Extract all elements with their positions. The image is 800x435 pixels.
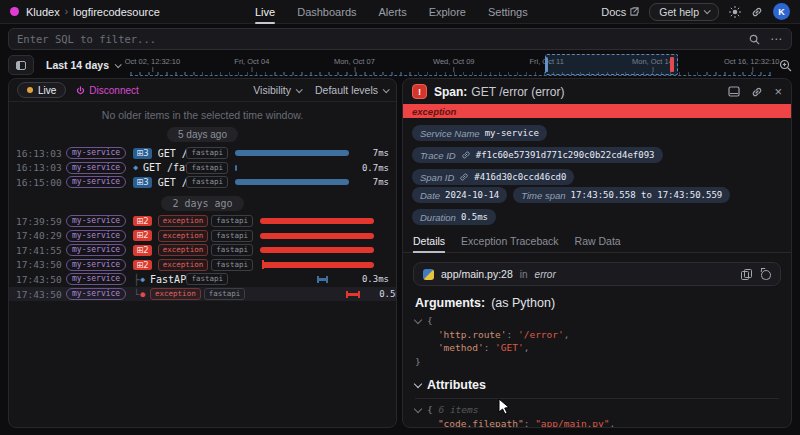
- github-icon[interactable]: [760, 269, 771, 279]
- code-location-bar: app/main.py:28 in error: [413, 262, 781, 286]
- sidebar-toggle-button[interactable]: [8, 55, 34, 75]
- empty-state: No older items in the selected time wind…: [9, 102, 396, 146]
- close-panel-button[interactable]: ×: [774, 87, 782, 97]
- duration-label: 6ms: [378, 260, 397, 270]
- link-icon[interactable]: [461, 150, 471, 160]
- trace-timestamp: 16:13:03: [16, 162, 66, 173]
- trace-row[interactable]: 17:40:29my-service⊞2GET /errorexceptionf…: [9, 228, 396, 243]
- sql-filter-input[interactable]: [17, 33, 749, 45]
- theme-toggle-button[interactable]: [729, 6, 741, 18]
- trace-row[interactable]: 17:39:59my-service⊞2GET /errorexceptionf…: [9, 214, 396, 229]
- span-bar: [318, 278, 327, 281]
- top-header: Kludex › logfirecodesource LiveDashboard…: [0, 0, 800, 24]
- search-icon[interactable]: [749, 34, 760, 45]
- arguments-segment: {: [427, 315, 433, 326]
- span-title-text: FastAPI arguments: [150, 274, 186, 285]
- badge-label: Duration: [420, 212, 456, 223]
- child-count-badge[interactable]: ⊞2: [133, 216, 152, 227]
- live-toggle[interactable]: Live: [17, 82, 66, 98]
- detail-tabs: DetailsException TracebackRaw Data: [403, 229, 791, 253]
- attributes-segment: [415, 418, 438, 429]
- error-span-icon: !: [412, 84, 427, 99]
- disconnect-button[interactable]: Disconnect: [76, 85, 138, 96]
- timeline-selection[interactable]: [545, 54, 678, 75]
- child-count-badge[interactable]: ⊞3: [133, 177, 152, 188]
- collapse-chevron-icon[interactable]: [414, 405, 422, 413]
- duration-label: 0.5ms: [370, 289, 397, 299]
- divider: [415, 398, 779, 399]
- span-bar: [262, 262, 374, 268]
- get-help-button[interactable]: Get help: [649, 3, 719, 21]
- tag-fastapi: fastapi: [211, 230, 253, 242]
- trace-row[interactable]: 17:43:50my-service└●GET /error (error)ex…: [9, 287, 396, 302]
- span-title-text: GET /: [158, 148, 187, 159]
- tag-exception: exception: [158, 230, 209, 242]
- external-link-icon: [630, 7, 639, 16]
- attributes-segment: 6 items: [433, 404, 479, 415]
- default-levels-dropdown[interactable]: Default levels: [315, 84, 388, 96]
- trace-row[interactable]: 17:43:50my-service⊞2GET /errorexceptionf…: [9, 258, 396, 273]
- breadcrumb-org[interactable]: Kludex: [26, 6, 60, 18]
- breadcrumb-project[interactable]: logfirecodesource: [73, 6, 160, 18]
- duration-track: [235, 179, 353, 186]
- link-icon[interactable]: [459, 172, 469, 182]
- tab-raw-data[interactable]: Raw Data: [575, 235, 621, 252]
- code-line: {: [415, 314, 779, 328]
- span-bar: [260, 247, 374, 253]
- timeline[interactable]: Oct 02, 12:32:10Fri, Oct 04Mon, Oct 07We…: [130, 54, 771, 76]
- trace-row[interactable]: 17:43:50my-service├◆FastAPI argumentsfas…: [9, 272, 396, 287]
- chevron-down-icon: [296, 86, 303, 93]
- child-count-badge[interactable]: ⊞2: [133, 230, 152, 241]
- tag-fastapi: fastapi: [186, 273, 228, 285]
- nav-item-explore[interactable]: Explore: [429, 0, 466, 24]
- trace-row[interactable]: 16:13:03my-service⊞3GET /fastapi7ms: [9, 146, 396, 161]
- service-chip: my-service: [66, 215, 126, 227]
- span-bar: [347, 293, 360, 296]
- mouse-cursor: [498, 398, 511, 415]
- tab-details[interactable]: Details: [413, 235, 445, 252]
- timeline-tick: Wed, Oct 09: [433, 57, 475, 66]
- user-avatar[interactable]: K: [773, 3, 790, 20]
- meta-badge-trace-id[interactable]: Trace ID#f1c60e57391d771c290c0b22cd4ef09…: [412, 147, 663, 163]
- time-range-dropdown[interactable]: Last 14 days: [42, 59, 130, 71]
- meta-badge-service-name: Service Namemy-service: [412, 125, 547, 141]
- tag-group: fastapi: [186, 147, 228, 159]
- selection-handle[interactable]: [545, 57, 548, 72]
- nav-item-dashboards[interactable]: Dashboards: [297, 0, 356, 24]
- more-options-button[interactable]: ⋯: [770, 34, 783, 44]
- badge-label: Span ID: [420, 172, 454, 183]
- service-chip: my-service: [66, 162, 126, 174]
- badge-value: 17:43:50.558 to 17:43:50.559: [571, 190, 723, 200]
- time-ago-pill: 5 days ago: [167, 127, 238, 142]
- meta-badge-span-id[interactable]: Span ID#416d30c0ccd46cd0: [412, 169, 574, 185]
- attributes-heading[interactable]: Attributes: [415, 378, 779, 392]
- child-count-badge[interactable]: ⊞2: [133, 245, 152, 256]
- nav-item-settings[interactable]: Settings: [488, 0, 528, 24]
- badge-value: #416d30c0ccd46cd0: [474, 172, 566, 182]
- trace-row[interactable]: 17:41:55my-service⊞2GET /errorexceptionf…: [9, 243, 396, 258]
- code-function-name: error: [535, 269, 556, 280]
- copy-icon[interactable]: [741, 269, 750, 279]
- tag-fastapi: fastapi: [211, 244, 253, 256]
- visibility-dropdown[interactable]: Visibility: [253, 84, 301, 96]
- docs-link[interactable]: Docs: [601, 6, 639, 18]
- copy-link-icon[interactable]: [751, 86, 763, 98]
- logfire-logo-icon: [10, 7, 19, 16]
- sql-filter-bar: ⋯: [8, 28, 792, 50]
- child-count-badge[interactable]: ⊞2: [133, 260, 152, 271]
- collapse-chevron-icon[interactable]: [414, 316, 422, 324]
- attributes-segment: ,: [610, 418, 616, 429]
- dock-panel-icon[interactable]: [728, 86, 740, 97]
- nav-item-alerts[interactable]: Alerts: [379, 0, 407, 24]
- child-count-badge[interactable]: ⊞3: [133, 148, 152, 159]
- share-link-button[interactable]: [751, 6, 763, 18]
- live-panel-header: Live Disconnect Visibility Default level…: [9, 79, 396, 102]
- arguments-segment: 'http.route': [438, 329, 507, 340]
- timeline-zoom-button[interactable]: [779, 59, 792, 72]
- nav-item-live[interactable]: Live: [255, 0, 275, 24]
- trace-row[interactable]: 16:15:00my-service⊞3GET /fastapi7ms: [9, 175, 396, 190]
- tab-exception-traceback[interactable]: Exception Traceback: [461, 235, 558, 252]
- arguments-code: { 'http.route': '/error', 'method': 'GET…: [415, 314, 779, 368]
- trace-row[interactable]: 16:13:03my-service◆GET /favicon.icofasta…: [9, 161, 396, 176]
- timeline-tick: Fri, Oct 04: [234, 57, 269, 66]
